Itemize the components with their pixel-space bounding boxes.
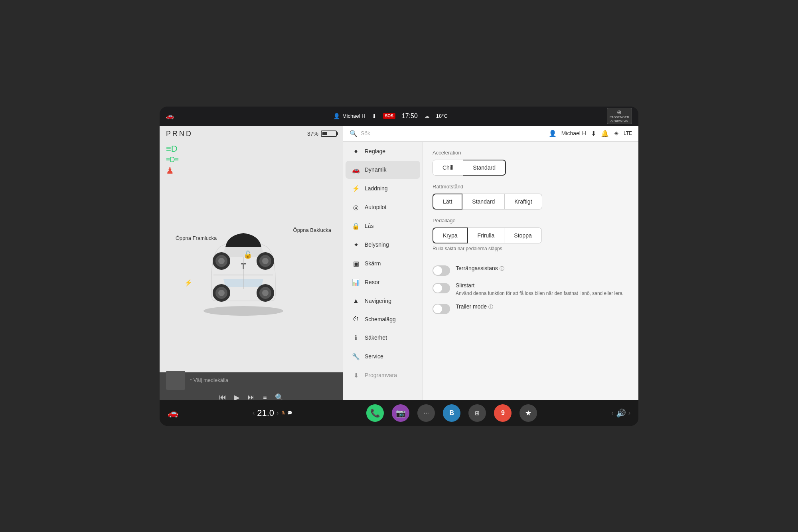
- sos-badge: SOS: [383, 113, 395, 119]
- nav-item-autopilot[interactable]: ◎ Autopilot: [346, 198, 420, 216]
- settings-content: Acceleration Chill Standard Rattmotstånd…: [423, 142, 638, 400]
- more-button[interactable]: ···: [417, 404, 435, 422]
- steering-options: Lätt Standard Kraftigt: [433, 194, 629, 210]
- acceleration-standard[interactable]: Standard: [463, 160, 506, 176]
- weather-icon: ☁: [424, 113, 430, 119]
- steering-latt[interactable]: Lätt: [433, 194, 462, 210]
- battery-bar: [321, 131, 337, 137]
- camera-button[interactable]: 📷: [392, 404, 409, 422]
- resor-icon: 📊: [352, 279, 360, 286]
- play-button[interactable]: ▶: [234, 393, 240, 400]
- steering-standard[interactable]: Standard: [462, 194, 505, 210]
- nav-item-resor[interactable]: 📊 Resor: [346, 273, 420, 291]
- seat-icons: 🪑 💬: [281, 411, 292, 415]
- equalizer-button[interactable]: ≡: [263, 394, 267, 400]
- search-placeholder: Sök: [361, 130, 370, 136]
- trailer-info-icon[interactable]: ⓘ: [488, 304, 493, 310]
- nav-item-dynamik[interactable]: 🚗 Dynamik: [346, 161, 420, 179]
- taskbar-indicators: 🪑 💬: [281, 411, 292, 415]
- taskbar-left: 🚗: [168, 408, 178, 418]
- nav-item-navigering[interactable]: ▲ Navigering: [346, 292, 420, 310]
- user-icon: 👤: [333, 113, 340, 119]
- calendar-button[interactable]: 9: [494, 404, 512, 422]
- temp-display: ‹ 21.0 › 🪑 💬: [253, 408, 292, 418]
- nav-item-sakerhet[interactable]: ℹ Säkerhet: [346, 329, 420, 347]
- pedal-frirulla[interactable]: Frirulla: [468, 227, 505, 243]
- svg-point-0: [203, 306, 283, 316]
- nav-label-laddning: Laddning: [365, 185, 388, 192]
- nav-item-belysning[interactable]: ✦ Belysning: [346, 236, 420, 254]
- media-source-label[interactable]: * Välj mediekälla: [190, 377, 337, 383]
- temp-arrow-left[interactable]: ‹: [253, 409, 255, 417]
- bluetooth-button[interactable]: B: [443, 404, 460, 422]
- battery-percent: 37%: [307, 131, 318, 137]
- main-content: PRND 37% ≡D ≡D≡ ♟ Öppna Framlucka: [160, 126, 638, 400]
- nav-label-sakerhet: Säkerhet: [365, 334, 387, 341]
- nav-item-laddning[interactable]: ⚡ Laddning: [346, 180, 420, 198]
- pedal-stoppa[interactable]: Stoppa: [504, 227, 541, 243]
- service-icon: 🔧: [352, 353, 360, 360]
- nav-menu: ● Reglage 🚗 Dynamik ⚡ Laddning ◎ Autopil…: [343, 142, 423, 400]
- svg-point-6: [262, 290, 269, 296]
- slirstart-toggle[interactable]: [433, 283, 450, 293]
- taskbar: 🚗 ‹ 21.0 › 🪑 💬 📞 📷 ··· B ⊞ 9 ★: [160, 400, 638, 426]
- nav-item-skarm[interactable]: ▣ Skärm: [346, 255, 420, 273]
- nav-item-service[interactable]: 🔧 Service: [346, 348, 420, 366]
- nav-item-las[interactable]: 🔒 Lås: [346, 217, 420, 235]
- svg-point-3: [218, 290, 225, 296]
- nav-label-autopilot: Autopilot: [365, 204, 386, 210]
- car-image: Öppna Framlucka 🔓 Öppna Baklucka ⚡: [188, 223, 315, 327]
- search-media-button[interactable]: 🔍: [275, 393, 284, 400]
- bell-icon: 🔔: [601, 130, 609, 137]
- abs-icon: ≡D≡: [166, 156, 337, 164]
- nav-item-schemalagd[interactable]: ⏱ Schemalägg: [346, 310, 420, 328]
- schemalagd-icon: ⏱: [352, 316, 360, 323]
- terrain-info-icon[interactable]: ⓘ: [500, 266, 504, 271]
- star-button[interactable]: ★: [519, 404, 537, 422]
- back-door-label[interactable]: Öppna Baklucka: [293, 227, 331, 234]
- vol-arrow-left[interactable]: ‹: [611, 409, 613, 417]
- seatbelt-icon: ♟: [166, 166, 337, 176]
- status-download-icon: ⬇: [372, 113, 377, 119]
- taskbar-center: 📞 📷 ··· B ⊞ 9 ★: [366, 404, 537, 422]
- pedal-krypa[interactable]: Krypa: [433, 227, 468, 243]
- nav-label-service: Service: [365, 353, 383, 360]
- acceleration-section: Acceleration Chill Standard: [433, 150, 629, 176]
- apps-button[interactable]: ⊞: [468, 404, 486, 422]
- time-display: 17:50: [402, 113, 418, 120]
- car-visualization: Öppna Framlucka 🔓 Öppna Baklucka ⚡: [160, 178, 343, 372]
- steering-kraftigt[interactable]: Kraftigt: [505, 194, 542, 210]
- front-door-label[interactable]: Öppna Framlucka: [176, 235, 217, 242]
- trailer-label: Trailer mode ⓘ: [456, 303, 493, 310]
- acceleration-title: Acceleration: [433, 150, 629, 156]
- nav-item-programvara[interactable]: ⬇ Programvara: [346, 366, 420, 384]
- left-panel: PRND 37% ≡D ≡D≡ ♟ Öppna Framlucka: [160, 126, 343, 400]
- terrain-label: Terrängassistans ⓘ: [456, 265, 504, 271]
- prev-button[interactable]: ⏮: [219, 393, 226, 400]
- trailer-toggle[interactable]: [433, 304, 450, 314]
- nav-label-reglage: Reglage: [365, 148, 385, 154]
- next-button[interactable]: ⏭: [248, 393, 255, 400]
- programvara-icon: ⬇: [352, 372, 360, 379]
- terrain-toggle[interactable]: [433, 265, 450, 276]
- battery-info: 37%: [307, 131, 337, 137]
- status-user-name: Michael H: [342, 113, 365, 119]
- nav-label-dynamik: Dynamik: [365, 166, 386, 173]
- user-icon-right: 👤: [549, 130, 557, 137]
- volume-display: ‹ 🔊 ›: [611, 408, 630, 418]
- taskbar-car-icon[interactable]: 🚗: [168, 408, 178, 418]
- nav-item-reglage[interactable]: ● Reglage: [346, 142, 420, 160]
- signal-icon: LTE: [624, 131, 632, 136]
- sakerhet-icon: ℹ: [352, 334, 360, 342]
- search-wrapper[interactable]: 🔍 Sök: [350, 130, 370, 137]
- navigering-icon: ▲: [352, 297, 360, 305]
- nav-label-schemalagd: Schemalägg: [365, 316, 396, 322]
- acceleration-chill[interactable]: Chill: [433, 160, 463, 176]
- temp-arrow-right[interactable]: ›: [277, 409, 279, 417]
- svg-point-12: [262, 258, 269, 264]
- svg-point-9: [218, 258, 225, 264]
- phone-button[interactable]: 📞: [366, 404, 384, 422]
- vol-arrow-right[interactable]: ›: [628, 409, 630, 417]
- las-icon: 🔒: [352, 222, 360, 230]
- steering-title: Rattmotstånd: [433, 184, 629, 190]
